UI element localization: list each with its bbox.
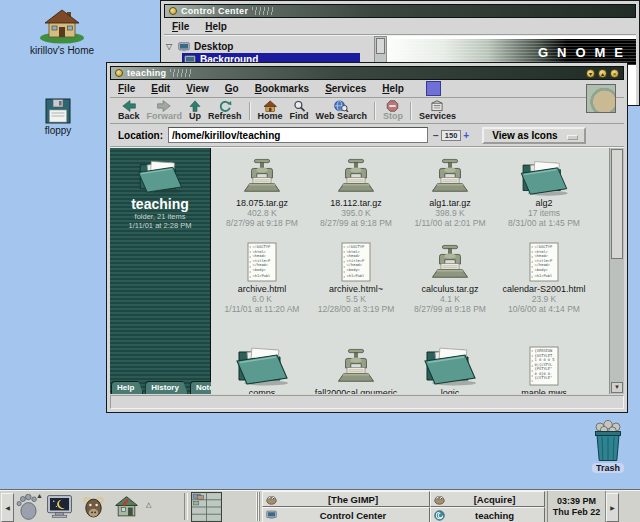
window-title: teaching bbox=[127, 68, 166, 78]
file-item[interactable]: 18.112.tar.gz 395.0 K 8/27/99 at 9:18 PM bbox=[309, 156, 403, 238]
window-menu-icon[interactable] bbox=[169, 7, 177, 15]
tab-history[interactable]: History bbox=[145, 381, 188, 394]
file-size: 6.0 K bbox=[252, 294, 272, 304]
scrollbar-thumb[interactable] bbox=[376, 38, 385, 54]
close-button[interactable]: × bbox=[610, 69, 619, 78]
window-menu-icon[interactable] bbox=[115, 69, 123, 77]
location-input[interactable] bbox=[168, 127, 428, 143]
menu-view[interactable]: View bbox=[178, 81, 217, 96]
file-item[interactable]: alg1.tar.gz 398.9 K 1/11/00 at 2:01 PM bbox=[403, 156, 497, 238]
file-name: alg1.tar.gz bbox=[429, 198, 471, 208]
gnome-panel: ◀ ▲ △ [The GIMP] [Acquire] bbox=[0, 490, 640, 522]
file-date: 1/11/00 at 2:01 PM bbox=[414, 218, 485, 228]
dropdown-indicator-icon bbox=[567, 135, 578, 140]
screensaver-launcher[interactable] bbox=[46, 494, 73, 519]
tarball-icon bbox=[243, 158, 281, 196]
file-date: 12/28/00 at 3:19 PM bbox=[318, 304, 395, 314]
desk-guide-applet[interactable] bbox=[191, 492, 222, 522]
view-mode-dropdown[interactable]: View as Icons bbox=[482, 127, 585, 144]
task-button-acquire[interactable]: [Acquire] bbox=[430, 491, 545, 507]
file-item[interactable]: calendar-S2001.html 23.9 K 10/6/00 at 4:… bbox=[497, 238, 591, 334]
file-item[interactable]: calculus.tar.gz 4.1 K 8/27/99 at 9:18 PM bbox=[403, 238, 497, 334]
menu-help[interactable]: Help bbox=[197, 19, 235, 34]
gnu-launcher[interactable] bbox=[80, 494, 107, 519]
file-item[interactable]: fall2000cal.gnumeric 4.9 K bbox=[309, 334, 403, 394]
file-size: 402.8 K bbox=[247, 208, 276, 218]
folder-icon bbox=[518, 156, 570, 196]
menu-edit[interactable]: Edit bbox=[143, 81, 178, 96]
floppy-icon bbox=[45, 98, 71, 124]
desktop-icon-label: floppy bbox=[45, 125, 72, 136]
html-document-icon bbox=[341, 242, 371, 282]
file-item[interactable]: logic 7 items today at 9:55 PM bbox=[403, 334, 497, 394]
tab-help[interactable]: Help bbox=[111, 381, 143, 394]
file-name: fall2000cal.gnumeric bbox=[315, 388, 398, 394]
minimize-button[interactable]: ▾ bbox=[586, 69, 595, 78]
scrollbar-thumb[interactable] bbox=[611, 149, 623, 259]
zoom-out-button[interactable]: − bbox=[433, 130, 439, 141]
home-tools-launcher[interactable] bbox=[113, 494, 140, 519]
up-button[interactable]: Up bbox=[189, 100, 201, 121]
file-item[interactable]: archive.html 6.0 K 1/11/01 at 11:20 AM bbox=[215, 238, 309, 334]
monitor-moon-icon bbox=[46, 494, 73, 519]
menu-services[interactable]: Services bbox=[317, 81, 374, 96]
window-titlebar[interactable]: teaching ▾ ▴ × bbox=[110, 66, 624, 80]
services-button[interactable]: Services bbox=[419, 100, 456, 121]
tree-item-desktop[interactable]: ▽ Desktop bbox=[164, 40, 374, 53]
refresh-button[interactable]: Refresh bbox=[208, 100, 242, 121]
file-item[interactable]: alg2 17 items 8/31/00 at 1:45 PM bbox=[497, 156, 591, 238]
file-item[interactable]: comps 11 items 1/10/01 at 11:25 AM bbox=[215, 334, 309, 394]
zoom-in-button[interactable]: + bbox=[463, 130, 469, 141]
html-document-icon bbox=[247, 242, 277, 282]
file-item[interactable]: 18.075.tar.gz 402.8 K 8/27/99 at 9:18 PM bbox=[215, 156, 309, 238]
gnome-logo-text: GNOME bbox=[538, 45, 636, 60]
maximize-button[interactable]: ▴ bbox=[598, 69, 607, 78]
home-button[interactable]: Home bbox=[258, 100, 283, 121]
desktop: kirillov's Home floppy Trash Control Cen… bbox=[0, 0, 640, 522]
desktop-icon-home[interactable]: kirillov's Home bbox=[24, 6, 100, 56]
nautilus-throbber-icon bbox=[586, 84, 616, 113]
clock-date: Thu Feb 22 bbox=[553, 507, 601, 518]
sidebar-date: 1/11/01 at 2:28 PM bbox=[129, 221, 192, 230]
menu-file[interactable]: File bbox=[110, 81, 143, 96]
scroll-down-icon[interactable]: ▼ bbox=[611, 382, 623, 393]
desktop-icon-trash[interactable]: Trash bbox=[576, 420, 640, 473]
titlebar-texture bbox=[252, 7, 274, 15]
file-view-scrollbar[interactable]: ▼ bbox=[609, 148, 624, 394]
window-titlebar[interactable]: Control Center bbox=[164, 4, 636, 18]
forward-button[interactable]: Forward bbox=[147, 100, 183, 121]
file-name: 18.075.tar.gz bbox=[236, 198, 288, 208]
menu-bookmarks[interactable]: Bookmarks bbox=[247, 81, 317, 96]
trash-icon bbox=[589, 420, 627, 462]
sidebar-detail: folder, 21 items bbox=[135, 212, 186, 221]
file-date: 8/27/99 at 9:18 PM bbox=[320, 218, 392, 228]
stop-button[interactable]: Stop bbox=[383, 100, 403, 121]
menu-file[interactable]: File bbox=[164, 19, 197, 34]
panel-hide-left-button[interactable]: ◀ bbox=[1, 493, 14, 522]
task-button-teaching[interactable]: teaching bbox=[430, 507, 545, 522]
panel-hide-right-button[interactable]: ▶ bbox=[606, 493, 619, 522]
status-bar bbox=[110, 395, 624, 409]
tarball-icon bbox=[337, 348, 375, 386]
menu-go[interactable]: Go bbox=[217, 81, 247, 96]
tasklist-handle[interactable] bbox=[256, 492, 260, 521]
expander-icon[interactable]: ▽ bbox=[164, 42, 174, 51]
file-item[interactable]: archive.html~ 5.5 K 12/28/00 at 3:19 PM bbox=[309, 238, 403, 334]
drawer-arrow-icon[interactable]: △ bbox=[146, 501, 151, 508]
file-name: calendar-S2001.html bbox=[502, 284, 585, 294]
file-view: 18.075.tar.gz 402.8 K 8/27/99 at 9:18 PM… bbox=[211, 148, 609, 394]
web-search-button[interactable]: Web Search bbox=[316, 100, 367, 121]
house-tools-icon bbox=[113, 494, 140, 519]
gimp-icon bbox=[266, 494, 277, 505]
task-button-control-center[interactable]: Control Center bbox=[262, 507, 430, 522]
tarball-icon bbox=[431, 158, 469, 196]
task-button-gimp[interactable]: [The GIMP] bbox=[262, 491, 430, 507]
menu-help[interactable]: Help bbox=[374, 81, 412, 96]
desktop-icon-label: Trash bbox=[592, 463, 624, 473]
find-button[interactable]: Find bbox=[290, 100, 309, 121]
clock-applet[interactable]: 03:39 PM Thu Feb 22 bbox=[547, 491, 606, 522]
file-item[interactable]: maple.mws 6.4 K 10/12/00 at 11:39 AM bbox=[497, 334, 591, 394]
file-name: archive.html~ bbox=[329, 284, 383, 294]
desktop-icon-floppy[interactable]: floppy bbox=[26, 98, 90, 136]
back-button[interactable]: Back bbox=[118, 100, 140, 121]
